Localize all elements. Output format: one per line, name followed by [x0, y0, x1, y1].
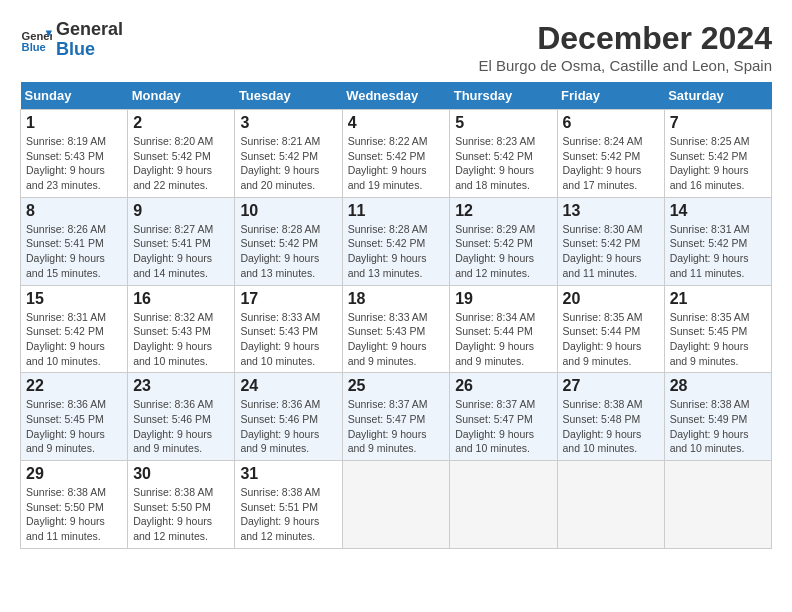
day-number: 20	[563, 290, 659, 308]
day-number: 16	[133, 290, 229, 308]
day-number: 19	[455, 290, 551, 308]
title-area: December 2024 El Burgo de Osma, Castille…	[478, 20, 772, 74]
day-info: Sunrise: 8:35 AMSunset: 5:45 PMDaylight:…	[670, 310, 766, 369]
calendar-day-cell: 13Sunrise: 8:30 AMSunset: 5:42 PMDayligh…	[557, 197, 664, 285]
day-number: 31	[240, 465, 336, 483]
day-info: Sunrise: 8:20 AMSunset: 5:42 PMDaylight:…	[133, 134, 229, 193]
day-info: Sunrise: 8:37 AMSunset: 5:47 PMDaylight:…	[348, 397, 445, 456]
day-info: Sunrise: 8:22 AMSunset: 5:42 PMDaylight:…	[348, 134, 445, 193]
calendar-day-cell: 26Sunrise: 8:37 AMSunset: 5:47 PMDayligh…	[450, 373, 557, 461]
calendar-day-cell: 6Sunrise: 8:24 AMSunset: 5:42 PMDaylight…	[557, 110, 664, 198]
calendar-table: SundayMondayTuesdayWednesdayThursdayFrid…	[20, 82, 772, 549]
header-thursday: Thursday	[450, 82, 557, 110]
day-number: 23	[133, 377, 229, 395]
calendar-day-cell: 15Sunrise: 8:31 AMSunset: 5:42 PMDayligh…	[21, 285, 128, 373]
calendar-day-cell: 30Sunrise: 8:38 AMSunset: 5:50 PMDayligh…	[128, 461, 235, 549]
day-number: 25	[348, 377, 445, 395]
calendar-day-cell: 16Sunrise: 8:32 AMSunset: 5:43 PMDayligh…	[128, 285, 235, 373]
day-info: Sunrise: 8:24 AMSunset: 5:42 PMDaylight:…	[563, 134, 659, 193]
header-wednesday: Wednesday	[342, 82, 450, 110]
day-info: Sunrise: 8:35 AMSunset: 5:44 PMDaylight:…	[563, 310, 659, 369]
calendar-day-cell: 3Sunrise: 8:21 AMSunset: 5:42 PMDaylight…	[235, 110, 342, 198]
day-info: Sunrise: 8:23 AMSunset: 5:42 PMDaylight:…	[455, 134, 551, 193]
day-info: Sunrise: 8:38 AMSunset: 5:50 PMDaylight:…	[133, 485, 229, 544]
header-sunday: Sunday	[21, 82, 128, 110]
day-number: 22	[26, 377, 122, 395]
calendar-day-cell: 8Sunrise: 8:26 AMSunset: 5:41 PMDaylight…	[21, 197, 128, 285]
day-number: 28	[670, 377, 766, 395]
empty-cell	[342, 461, 450, 549]
day-info: Sunrise: 8:33 AMSunset: 5:43 PMDaylight:…	[348, 310, 445, 369]
calendar-day-cell: 23Sunrise: 8:36 AMSunset: 5:46 PMDayligh…	[128, 373, 235, 461]
day-info: Sunrise: 8:38 AMSunset: 5:50 PMDaylight:…	[26, 485, 122, 544]
calendar-day-cell: 18Sunrise: 8:33 AMSunset: 5:43 PMDayligh…	[342, 285, 450, 373]
day-info: Sunrise: 8:27 AMSunset: 5:41 PMDaylight:…	[133, 222, 229, 281]
day-info: Sunrise: 8:33 AMSunset: 5:43 PMDaylight:…	[240, 310, 336, 369]
day-info: Sunrise: 8:31 AMSunset: 5:42 PMDaylight:…	[670, 222, 766, 281]
day-info: Sunrise: 8:37 AMSunset: 5:47 PMDaylight:…	[455, 397, 551, 456]
day-info: Sunrise: 8:28 AMSunset: 5:42 PMDaylight:…	[240, 222, 336, 281]
day-number: 17	[240, 290, 336, 308]
day-number: 6	[563, 114, 659, 132]
calendar-week-row: 22Sunrise: 8:36 AMSunset: 5:45 PMDayligh…	[21, 373, 772, 461]
day-number: 29	[26, 465, 122, 483]
day-number: 18	[348, 290, 445, 308]
day-number: 5	[455, 114, 551, 132]
calendar-day-cell: 14Sunrise: 8:31 AMSunset: 5:42 PMDayligh…	[664, 197, 771, 285]
day-number: 7	[670, 114, 766, 132]
day-info: Sunrise: 8:36 AMSunset: 5:45 PMDaylight:…	[26, 397, 122, 456]
day-info: Sunrise: 8:26 AMSunset: 5:41 PMDaylight:…	[26, 222, 122, 281]
calendar-day-cell: 28Sunrise: 8:38 AMSunset: 5:49 PMDayligh…	[664, 373, 771, 461]
empty-cell	[664, 461, 771, 549]
day-number: 15	[26, 290, 122, 308]
day-info: Sunrise: 8:28 AMSunset: 5:42 PMDaylight:…	[348, 222, 445, 281]
day-number: 2	[133, 114, 229, 132]
day-info: Sunrise: 8:34 AMSunset: 5:44 PMDaylight:…	[455, 310, 551, 369]
day-number: 4	[348, 114, 445, 132]
logo-text: GeneralBlue	[56, 20, 123, 60]
calendar-day-cell: 17Sunrise: 8:33 AMSunset: 5:43 PMDayligh…	[235, 285, 342, 373]
calendar-week-row: 15Sunrise: 8:31 AMSunset: 5:42 PMDayligh…	[21, 285, 772, 373]
day-info: Sunrise: 8:29 AMSunset: 5:42 PMDaylight:…	[455, 222, 551, 281]
day-number: 1	[26, 114, 122, 132]
day-number: 27	[563, 377, 659, 395]
calendar-day-cell: 9Sunrise: 8:27 AMSunset: 5:41 PMDaylight…	[128, 197, 235, 285]
day-number: 13	[563, 202, 659, 220]
day-info: Sunrise: 8:38 AMSunset: 5:51 PMDaylight:…	[240, 485, 336, 544]
day-number: 24	[240, 377, 336, 395]
day-info: Sunrise: 8:38 AMSunset: 5:49 PMDaylight:…	[670, 397, 766, 456]
day-number: 9	[133, 202, 229, 220]
header-saturday: Saturday	[664, 82, 771, 110]
day-info: Sunrise: 8:30 AMSunset: 5:42 PMDaylight:…	[563, 222, 659, 281]
calendar-day-cell: 5Sunrise: 8:23 AMSunset: 5:42 PMDaylight…	[450, 110, 557, 198]
month-title: December 2024	[478, 20, 772, 57]
day-info: Sunrise: 8:36 AMSunset: 5:46 PMDaylight:…	[240, 397, 336, 456]
logo: General Blue GeneralBlue	[20, 20, 123, 60]
calendar-day-cell: 27Sunrise: 8:38 AMSunset: 5:48 PMDayligh…	[557, 373, 664, 461]
day-number: 10	[240, 202, 336, 220]
calendar-week-row: 1Sunrise: 8:19 AMSunset: 5:43 PMDaylight…	[21, 110, 772, 198]
empty-cell	[557, 461, 664, 549]
calendar-week-row: 8Sunrise: 8:26 AMSunset: 5:41 PMDaylight…	[21, 197, 772, 285]
calendar-week-row: 29Sunrise: 8:38 AMSunset: 5:50 PMDayligh…	[21, 461, 772, 549]
calendar-day-cell: 12Sunrise: 8:29 AMSunset: 5:42 PMDayligh…	[450, 197, 557, 285]
day-number: 14	[670, 202, 766, 220]
empty-cell	[450, 461, 557, 549]
location-title: El Burgo de Osma, Castille and Leon, Spa…	[478, 57, 772, 74]
day-info: Sunrise: 8:32 AMSunset: 5:43 PMDaylight:…	[133, 310, 229, 369]
day-info: Sunrise: 8:31 AMSunset: 5:42 PMDaylight:…	[26, 310, 122, 369]
day-number: 3	[240, 114, 336, 132]
calendar-day-cell: 20Sunrise: 8:35 AMSunset: 5:44 PMDayligh…	[557, 285, 664, 373]
day-info: Sunrise: 8:21 AMSunset: 5:42 PMDaylight:…	[240, 134, 336, 193]
calendar-day-cell: 11Sunrise: 8:28 AMSunset: 5:42 PMDayligh…	[342, 197, 450, 285]
day-info: Sunrise: 8:19 AMSunset: 5:43 PMDaylight:…	[26, 134, 122, 193]
day-info: Sunrise: 8:36 AMSunset: 5:46 PMDaylight:…	[133, 397, 229, 456]
svg-text:Blue: Blue	[22, 41, 46, 53]
calendar-day-cell: 24Sunrise: 8:36 AMSunset: 5:46 PMDayligh…	[235, 373, 342, 461]
day-number: 21	[670, 290, 766, 308]
day-info: Sunrise: 8:38 AMSunset: 5:48 PMDaylight:…	[563, 397, 659, 456]
header-monday: Monday	[128, 82, 235, 110]
header-tuesday: Tuesday	[235, 82, 342, 110]
calendar-day-cell: 7Sunrise: 8:25 AMSunset: 5:42 PMDaylight…	[664, 110, 771, 198]
calendar-day-cell: 10Sunrise: 8:28 AMSunset: 5:42 PMDayligh…	[235, 197, 342, 285]
